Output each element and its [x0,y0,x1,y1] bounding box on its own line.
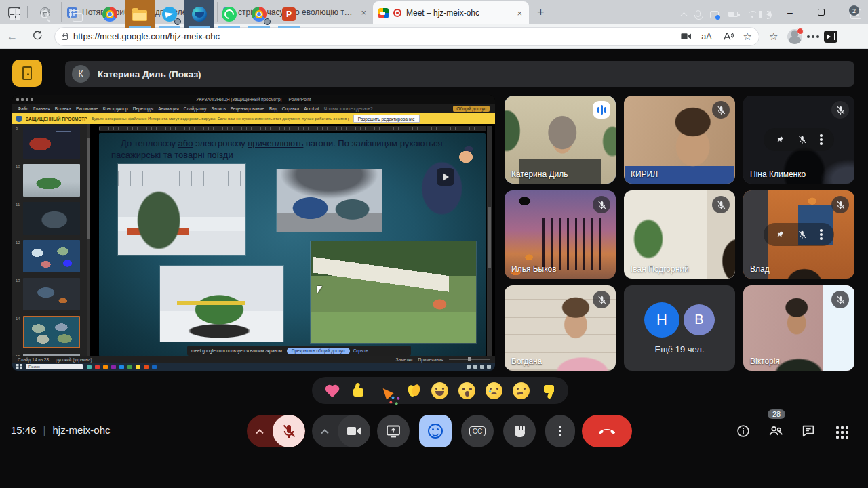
wifi-icon[interactable] [747,11,757,18]
favorites-hub-icon[interactable]: ☆ [769,30,778,43]
reactions-button-active[interactable] [419,415,452,447]
settings-menu-icon[interactable] [812,35,814,38]
profile-avatar[interactable] [787,29,802,44]
participant-tile-viktoria[interactable]: Вікторія [743,285,854,371]
shared-desktop-taskbar: Поиск [12,363,495,371]
taskbar-whatsapp[interactable] [214,0,244,28]
favorite-star-icon[interactable]: ☆ [743,30,752,43]
tray-update-icon[interactable] [710,11,719,18]
train-photo-shunter-green [160,266,283,342]
minimize-button[interactable]: – [774,0,806,24]
ribbon-search-hint: Что вы хотите сделать? [324,106,373,111]
tile-hover-controls[interactable] [764,128,834,151]
captions-button[interactable]: CC [461,415,494,447]
smiley-icon [428,424,443,439]
refresh-button[interactable] [24,29,50,44]
mic-muted-icon [712,101,730,119]
ribbon-tab: Переходы [133,106,154,111]
pin-icon[interactable] [775,230,785,239]
camera-button[interactable] [338,415,370,447]
sparkling-heart-reaction[interactable] [323,382,341,400]
ppt-quick-access-icons [16,98,19,101]
screen: Потяг - прибуття, відправлення × стрічка… [0,0,868,488]
camera-options-chevron[interactable] [312,415,338,447]
meeting-info-button[interactable] [728,416,758,446]
taskbar-telegram[interactable] [155,0,184,28]
ribbon-tab: Слайд-шоу [184,106,207,111]
present-screen-button[interactable] [377,415,410,447]
mic-options-chevron[interactable] [247,415,273,447]
battery-icon[interactable] [728,12,738,17]
participant-tile-kiril[interactable]: КИРИЛ [624,96,735,184]
more-options-icon[interactable] [820,138,823,141]
tab-close-icon[interactable]: × [515,8,524,18]
participant-tile-vlad[interactable]: Влад [743,190,854,279]
participant-tile-nina[interactable]: Ніна Клименко [743,96,854,184]
participant-name: КИРИЛ [631,169,658,179]
ribbon-tab: Вставка [55,106,71,111]
speaker-icon[interactable] [766,11,771,18]
participant-tile-ilya[interactable]: Илья Быков [505,190,616,279]
slide-14-thumb [23,316,80,348]
participant-tile-katerina[interactable]: Катерина Диль [505,96,616,184]
party-popper-reaction[interactable] [377,382,395,400]
taskbar-chrome[interactable] [95,0,125,28]
taskbar-file-explorer[interactable] [125,0,155,28]
slide-12-thumb [23,240,80,272]
participant-tile-bogdana[interactable]: Богдана [505,285,616,371]
tray-mic-icon[interactable] [696,10,701,17]
laughing-face-reaction[interactable] [431,382,449,400]
translate-icon[interactable]: aA [701,32,711,41]
back-button[interactable]: ← [0,30,24,43]
mic-muted-button[interactable] [273,415,305,447]
tab-close-icon[interactable]: × [359,7,368,18]
overflow-participants-tile[interactable]: Н В Ещё 19 чел. [624,285,735,371]
speaking-indicator-icon [593,101,610,119]
ribbon-tab: Запись [211,106,225,111]
tab-camera-in-use-icon[interactable] [680,30,692,42]
mic-off-icon[interactable] [797,135,807,144]
taskbar-powerpoint[interactable] [274,0,304,28]
thumbs-up-reaction[interactable] [350,382,368,400]
maximize-button[interactable] [806,0,837,24]
language-status: русский (украина) [56,357,92,362]
activities-button[interactable] [826,416,856,446]
mic-off-icon[interactable] [797,230,807,239]
more-options-icon [559,430,561,432]
pin-icon[interactable] [775,135,785,144]
notifications-icon[interactable]: 2 [850,9,861,19]
tile-hover-controls[interactable] [764,223,834,246]
ppt-ribbon-tabs: Файл Главная Вставка Рисование Конструкт… [12,104,495,113]
taskbar-edge[interactable] [184,0,214,28]
astonished-face-reaction[interactable] [458,382,476,400]
thumbs-down-reaction[interactable] [539,382,557,400]
taskbar-chrome-2[interactable] [244,0,274,28]
train-photo-winter-green [118,164,245,255]
microphone-button-group [247,415,305,447]
stop-sharing-button: Прекратить общий доступ [287,348,350,354]
screenshare-tile[interactable]: УКРЗАЛІЗНИЦЯ [Защищенный просмотр] — Pow… [12,95,495,371]
lock-icon [62,35,68,40]
raise-hand-button[interactable] [503,415,536,447]
more-options-button[interactable] [545,415,575,447]
address-bar[interactable]: https://meet.google.com/hjz-meix-ohc aA … [54,27,760,46]
end-call-button[interactable] [582,415,632,447]
chat-panel-button[interactable] [793,416,823,446]
participant-tile-ivan[interactable]: Іван Подгорний [624,190,735,279]
url-text[interactable]: https://meet.google.com/hjz-meix-ohc [73,31,675,41]
sidebar-icon[interactable] [824,30,837,43]
slide-thumbnail: 10 [12,162,87,200]
ribbon-tab: Acrobat [304,106,319,111]
browser-tab-active[interactable]: Meet – hjz-meix-ohc × [373,1,529,24]
task-view-button[interactable] [60,0,90,28]
door-app-icon[interactable] [12,60,42,87]
taskbar-search-button[interactable] [30,0,60,28]
crying-face-reaction[interactable] [485,382,503,400]
read-aloud-icon[interactable] [722,30,734,43]
new-tab-button[interactable]: + [529,5,553,20]
people-panel-button[interactable] [761,416,791,446]
thinking-face-reaction[interactable] [512,382,530,400]
start-button[interactable] [0,0,30,28]
clapping-hands-reaction[interactable] [404,382,422,400]
more-options-icon[interactable] [820,233,823,236]
